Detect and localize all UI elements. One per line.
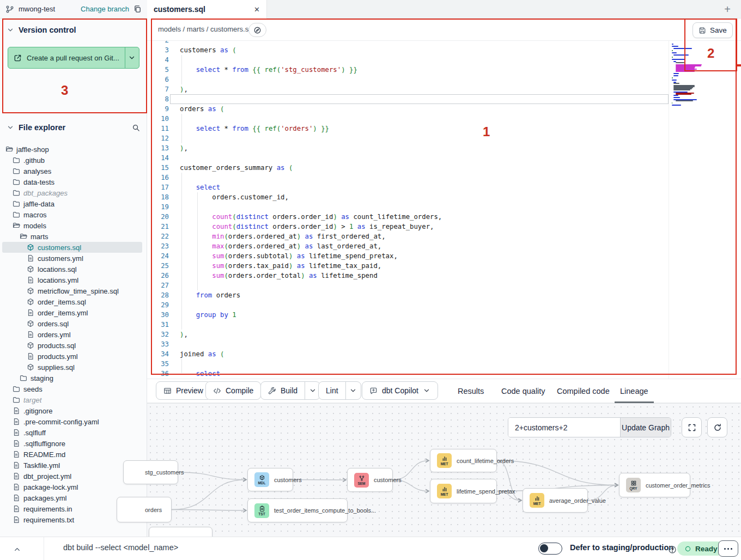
file-tree-item-staging[interactable]: staging [2, 373, 142, 384]
update-graph-button[interactable]: Update Graph [620, 418, 671, 437]
file-tree-item-supplies-sql[interactable]: supplies.sql [2, 362, 142, 373]
file-tree-item-taskfile-yml[interactable]: Taskfile.yml [2, 460, 142, 471]
file-tree-item-metricflow-time-spine-sql[interactable]: metricflow_time_spine.sql [2, 285, 142, 296]
file-tree-item-order-items-yml[interactable]: order_items.yml [2, 307, 142, 318]
cli-command[interactable]: dbt build --select <model_name> [63, 543, 178, 552]
new-tab-button[interactable]: + [721, 3, 733, 15]
lineage-node-count_lifetime_orders[interactable]: METcount_lifetime_orders [430, 449, 497, 472]
file-tree-item-target[interactable]: target [2, 394, 142, 405]
chevron-up-icon[interactable] [13, 544, 21, 554]
line-number: 18 [147, 192, 169, 202]
panel-tab-compiled-code[interactable]: Compiled code [551, 379, 615, 403]
file-icon [27, 309, 34, 316]
refresh-button[interactable] [707, 417, 727, 437]
file-tree-item-marts[interactable]: marts [2, 231, 142, 242]
file-tree-item-order-items-sql[interactable]: order_items.sql [2, 296, 142, 307]
file-icon [13, 505, 20, 513]
table-icon [163, 387, 172, 395]
line-number: 29 [147, 300, 169, 310]
file-tree-item--pre-commit-config-yaml[interactable]: .pre-commit-config.yaml [2, 416, 142, 427]
file-tree-item-package-lock-yml[interactable]: package-lock.yml [2, 482, 142, 492]
defer-toggle[interactable] [538, 543, 562, 555]
build-dropdown-toggle[interactable] [305, 382, 320, 399]
file-icon [13, 418, 20, 425]
file-tree-item-customers-yml[interactable]: customers.yml [2, 253, 142, 264]
pr-dropdown-toggle[interactable] [125, 47, 139, 68]
panel-tab-results[interactable]: Results [452, 379, 489, 403]
save-button[interactable]: Save [693, 22, 733, 38]
code-line: sum(orders.subtotal) as lifetime_spend_p… [180, 251, 398, 261]
file-tree-item-seeds[interactable]: seeds [2, 384, 142, 394]
tab-customers-sql[interactable]: customers.sql ✕ [147, 0, 267, 19]
file-tree-item-dbt-project-yml[interactable]: dbt_project.yml [2, 471, 142, 482]
line-number: 10 [147, 114, 169, 124]
file-tree-item-data-tests[interactable]: data-tests [2, 176, 142, 187]
line-number: 28 [147, 290, 169, 300]
line-number: 2 [147, 41, 169, 45]
preview-button[interactable]: Preview [156, 381, 211, 400]
dbt-copilot-button[interactable]: dbt Copilot [362, 381, 438, 400]
more-options-button[interactable] [718, 540, 738, 557]
file-tree-item--gitignore[interactable]: .gitignore [2, 405, 142, 416]
close-icon[interactable]: ✕ [254, 5, 260, 14]
lineage-edge [497, 461, 521, 501]
lineage-node-lifetime_spend_pretax[interactable]: METlifetime_spend_pretax [430, 479, 497, 503]
minimap-row [673, 54, 689, 56]
code-line: ), [180, 330, 188, 339]
help-icon[interactable] [668, 544, 677, 554]
file-tree-item-readme-md[interactable]: README.md [2, 449, 142, 460]
minimap[interactable] [672, 44, 722, 106]
copy-icon[interactable] [133, 5, 142, 13]
line-number: 4 [147, 55, 169, 65]
lint-dropdown-toggle[interactable] [345, 382, 361, 399]
model-icon [27, 287, 34, 295]
file-tree-item--github[interactable]: .github [2, 155, 142, 166]
file-icon [13, 472, 20, 480]
file-label: jaffle-shop [16, 145, 49, 154]
file-label: README.md [23, 451, 65, 459]
panel-tab-lineage[interactable]: Lineage [615, 379, 654, 403]
create-pr-button[interactable]: Create a pull request on Git... [8, 47, 139, 69]
version-control-header[interactable]: Version control [7, 26, 140, 34]
panel-tab-code-quality[interactable]: Code quality [496, 379, 551, 403]
lineage-filter-input[interactable] [508, 418, 620, 437]
file-tree-item--sqlfluff[interactable]: .sqlfluff [2, 427, 142, 438]
lint-button[interactable]: Lint [318, 381, 361, 400]
fullscreen-button[interactable] [682, 417, 702, 437]
file-tree-item-locations-yml[interactable]: locations.yml [2, 275, 142, 285]
compile-button[interactable]: Compile [205, 381, 261, 400]
compass-button[interactable] [248, 23, 266, 37]
lineage-node-stg_customers[interactable]: stg_customers [123, 460, 178, 484]
lineage-node-orders[interactable]: orders [117, 497, 172, 522]
line-number: 7 [147, 84, 169, 94]
file-tree-item--sqlfluffignore[interactable]: .sqlfluffignore [2, 438, 142, 449]
bars-icon: MET [437, 484, 452, 498]
minimap-row [672, 50, 673, 51]
file-tree-item-locations-sql[interactable]: locations.sql [2, 264, 142, 275]
code-line: ), [180, 84, 188, 94]
code-line: max(orders.ordered_at) as last_ordered_a… [180, 241, 381, 251]
file-tree-item-macros[interactable]: macros [2, 209, 142, 220]
search-icon[interactable] [132, 124, 140, 132]
file-tree-item-models[interactable]: models [2, 220, 142, 231]
file-tree-item-jaffle-shop[interactable]: jaffle-shop [2, 144, 142, 155]
file-tree-item-orders-yml[interactable]: orders.yml [2, 329, 142, 340]
file-tree-item-jaffle-data[interactable]: jaffle-data [2, 198, 142, 209]
lineage-node-customer_order_metrics[interactable]: QRYcustomer_order_metrics [619, 473, 690, 497]
file-tree-item-orders-sql[interactable]: orders.sql [2, 318, 142, 329]
file-tree-item-customers-sql[interactable]: customers.sql [2, 242, 142, 253]
change-branch-link[interactable]: Change branch [81, 5, 129, 13]
lineage-node-average_order_value[interactable]: METaverage_order_value [523, 488, 588, 513]
file-explorer-header[interactable]: File explorer [7, 123, 140, 132]
lineage-node-test_bools[interactable]: TSTtest_order_items_compute_to_bools... [247, 498, 348, 522]
lineage-node-customers_sem[interactable]: SEMcustomers [347, 468, 393, 492]
code-editor[interactable]: 23customers as (45 select * from {{ ref(… [147, 41, 741, 379]
bars-icon: MET [437, 453, 452, 468]
line-number: 11 [147, 124, 169, 133]
file-tree-item-analyses[interactable]: analyses [2, 166, 142, 176]
file-tree-item-products-sql[interactable]: products.sql [2, 340, 142, 351]
file-tree-item-products-yml[interactable]: products.yml [2, 351, 142, 362]
file-tree-item-dbt-packages[interactable]: dbt_packages [2, 187, 142, 198]
build-button[interactable]: Build [260, 381, 320, 400]
lineage-node-customers_mdl[interactable]: MDLcustomers [247, 468, 293, 491]
